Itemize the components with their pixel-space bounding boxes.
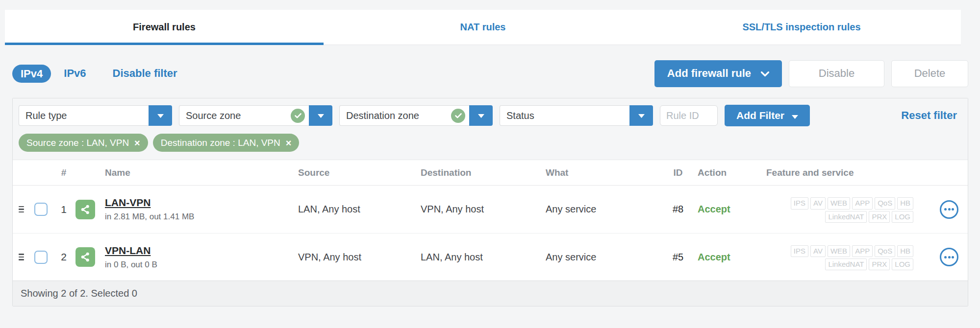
feature-badge: LOG — [892, 211, 913, 223]
feature-badge: HB — [897, 197, 913, 209]
rule-id: #8 — [658, 204, 698, 215]
check-circle-icon — [451, 109, 465, 123]
header-destination: Destination — [421, 167, 546, 178]
chip-destination-zone: Destination zone : LAN, VPN × — [153, 134, 300, 152]
header-action: Action — [698, 167, 752, 178]
feature-badge: QoS — [875, 197, 895, 209]
feature-badge: AV — [810, 197, 826, 209]
feature-badge: WEB — [828, 197, 850, 209]
destination-zone-dropdown-button[interactable] — [469, 105, 493, 126]
table-row: 2 VPN-LAN in 0 B, out 0 B VPN, Any host … — [13, 233, 968, 281]
row-checkbox[interactable] — [34, 203, 48, 216]
rule-number: 1 — [52, 204, 75, 215]
destination-zone-label: Destination zone — [346, 110, 419, 121]
feature-badge: APP — [852, 197, 873, 209]
header-id: ID — [658, 167, 698, 178]
reset-filter-link[interactable]: Reset filter — [901, 109, 962, 122]
close-icon[interactable]: × — [286, 138, 292, 148]
table-footer: Showing 2 of 2. Selected 0 — [13, 281, 968, 306]
feature-badge: WEB — [828, 245, 850, 257]
disable-filter-link[interactable]: Disable filter — [113, 67, 177, 80]
header-name: Name — [101, 167, 298, 178]
chevron-down-icon — [157, 111, 164, 120]
rule-name-link[interactable]: LAN-VPN — [105, 197, 151, 209]
rules-panel: Rule type Source zone — [12, 98, 968, 306]
header-num: # — [52, 167, 75, 178]
status-select[interactable]: Status — [500, 105, 629, 126]
rule-type-label: Rule type — [25, 110, 67, 121]
destination-cell: VPN, Any host — [421, 204, 546, 215]
header-source: Source — [298, 167, 421, 178]
rule-id-input[interactable] — [660, 105, 718, 126]
add-firewall-rule-button[interactable]: Add firewall rule — [654, 60, 782, 87]
source-zone-label: Source zone — [186, 110, 241, 121]
rule-traffic: in 0 B, out 0 B — [105, 260, 298, 270]
filter-chips: Source zone : LAN, VPN × Destination zon… — [13, 133, 968, 160]
ellipsis-menu-icon[interactable] — [940, 248, 958, 266]
feature-badge: LOG — [892, 258, 913, 270]
add-filter-button[interactable]: Add Filter — [725, 105, 810, 126]
share-icon[interactable] — [75, 247, 95, 267]
feature-badges: IPSAVWEBAPPQoSHB LinkedNATPRXLOG — [752, 244, 930, 271]
chevron-down-icon — [761, 67, 769, 80]
filter-bar: Rule type Source zone — [13, 98, 968, 133]
rule-traffic: in 2.81 MB, out 1.41 MB — [105, 212, 298, 222]
tab-firewall-rules[interactable]: Firewall rules — [5, 10, 324, 45]
source-zone-select[interactable]: Source zone — [179, 105, 309, 126]
toolbar-actions: Add firewall rule Disable Delete — [654, 60, 968, 87]
feature-badge: PRX — [869, 211, 890, 223]
share-icon[interactable] — [75, 200, 95, 219]
ellipsis-menu-icon[interactable] — [940, 200, 958, 219]
rule-type-dropdown-button[interactable] — [149, 105, 172, 126]
drag-handle-icon[interactable] — [19, 206, 24, 213]
feature-badge: IPS — [791, 245, 808, 257]
tab-ssl-tls-inspection-rules[interactable]: SSL/TLS inspection rules — [642, 10, 961, 45]
table-row: 1 LAN-VPN in 2.81 MB, out 1.41 MB LAN, A… — [13, 186, 968, 233]
close-icon[interactable]: × — [134, 138, 140, 148]
table-header: # Name Source Destination What ID Action… — [13, 160, 968, 186]
add-firewall-rule-label: Add firewall rule — [667, 67, 751, 80]
drag-handle-icon[interactable] — [19, 254, 24, 260]
feature-badge: IPS — [791, 197, 808, 209]
add-filter-label: Add Filter — [736, 110, 784, 121]
filter-dropdown-rule-type: Rule type — [19, 105, 172, 126]
source-cell: LAN, Any host — [298, 204, 421, 215]
feature-badge: LinkedNAT — [825, 258, 867, 270]
filter-dropdown-source-zone: Source zone — [179, 105, 332, 126]
delete-button[interactable]: Delete — [891, 60, 968, 87]
feature-badge: AV — [810, 245, 826, 257]
feature-badge: HB — [897, 245, 913, 257]
chip-label: Source zone : LAN, VPN — [26, 138, 129, 148]
rule-name-link[interactable]: VPN-LAN — [105, 245, 151, 257]
filter-dropdown-destination-zone: Destination zone — [339, 105, 493, 126]
chip-label: Destination zone : LAN, VPN — [161, 138, 280, 148]
source-cell: VPN, Any host — [298, 252, 421, 263]
row-checkbox[interactable] — [34, 251, 48, 264]
status-dropdown-button[interactable] — [629, 105, 653, 126]
destination-cell: LAN, Any host — [421, 252, 546, 263]
feature-badges: IPSAVWEBAPPQoSHB LinkedNATPRXLOG — [752, 196, 930, 223]
chevron-down-icon — [318, 111, 324, 120]
filter-dropdown-status: Status — [500, 105, 653, 126]
what-cell: Any service — [546, 252, 658, 263]
chevron-down-icon — [638, 111, 645, 120]
status-label: Status — [506, 110, 534, 121]
tab-bar: Firewall rules NAT rules SSL/TLS inspect… — [5, 10, 961, 45]
check-circle-icon — [291, 109, 305, 123]
chip-source-zone: Source zone : LAN, VPN × — [19, 134, 148, 152]
firewall-page: Firewall rules NAT rules SSL/TLS inspect… — [0, 0, 980, 328]
destination-zone-select[interactable]: Destination zone — [339, 105, 469, 126]
chevron-down-icon — [792, 110, 798, 121]
source-zone-dropdown-button[interactable] — [309, 105, 332, 126]
what-cell: Any service — [546, 204, 658, 215]
ipv4-toggle[interactable]: IPv4 — [12, 65, 51, 83]
header-features: Feature and service — [752, 167, 930, 178]
feature-badge: PRX — [869, 258, 890, 270]
disable-button[interactable]: Disable — [789, 60, 884, 87]
action-cell: Accept — [698, 252, 752, 263]
rule-type-select[interactable]: Rule type — [19, 105, 149, 126]
ipv6-toggle[interactable]: IPv6 — [64, 67, 86, 80]
action-cell: Accept — [698, 204, 752, 215]
tab-nat-rules[interactable]: NAT rules — [324, 10, 642, 45]
feature-badge: QoS — [875, 245, 895, 257]
